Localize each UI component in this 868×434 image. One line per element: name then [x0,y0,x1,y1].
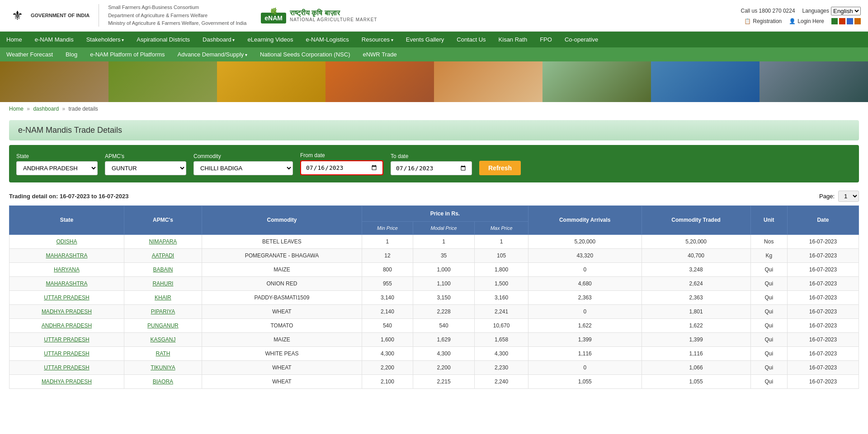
secondary-nav-item: e-NAM Platform of Platforms [84,47,171,61]
primary-nav-link[interactable]: FPO [533,32,558,47]
primary-nav-item: Home [0,32,28,47]
table-cell: 2,363 [528,290,642,304]
table-cell: 1,399 [528,332,642,346]
table-cell[interactable]: HARYANA [9,262,124,276]
secondary-nav-link[interactable]: eNWR Trade [356,47,403,61]
color-squares [831,18,861,24]
registration-button[interactable]: 📋 Registration [744,18,782,24]
state-filter-group: State ANDHRA PRADESHMAHARASHTRAHARYANAUT… [16,153,98,175]
table-cell[interactable]: MADHYA PRADESH [9,374,124,388]
secondary-nav-list: Weather ForecastBloge-NAM Platform of Pl… [0,47,868,61]
login-label: Login Here [797,18,824,24]
primary-nav-link[interactable]: e-NAM-Logistics [299,32,355,47]
table-cell: POMEGRANATE - BHAGAWA [202,248,362,262]
page-title: e-NAM Mandis Trade Details [18,126,850,135]
secondary-nav-link[interactable]: Weather Forecast [0,47,59,61]
login-button[interactable]: 👤 Login Here [789,18,824,24]
header-right: Call us 1800 270 0224 Languages English … [741,7,861,24]
color-sq-orange [854,18,861,24]
secondary-nav: Weather ForecastBloge-NAM Platform of Pl… [0,47,868,61]
table-cell[interactable]: RATH [124,346,202,360]
table-cell[interactable]: UTTAR PRADESH [9,346,124,360]
registration-icon: 📋 [744,18,751,24]
commodity-label: Commodity [193,153,293,159]
secondary-nav-link[interactable]: National Seeds Corporation (NSC) [254,47,356,61]
table-cell: 1,500 [475,276,528,290]
table-cell: 1 [413,234,474,248]
table-cell: 35 [413,248,474,262]
table-cell[interactable]: UTTAR PRADESH [9,332,124,346]
table-cell: 16-07-2023 [787,248,859,262]
primary-nav-link[interactable]: eLearning Videos [241,32,299,47]
table-cell[interactable]: MAHARASHTRA [9,248,124,262]
secondary-nav-link[interactable]: Advance Demand/Supply [171,47,254,61]
from-date-input[interactable] [301,161,382,174]
enam-hindi: राष्ट्रीय कृषि बाज़ार [290,9,377,17]
col-min-price: Min Price [362,221,413,234]
table-cell: 3,140 [362,290,413,304]
table-cell: WHEAT [202,304,362,318]
table-cell[interactable]: RAHURI [124,276,202,290]
primary-nav-link[interactable]: Home [0,32,28,47]
primary-nav-link[interactable]: Kisan Rath [492,32,534,47]
table-cell[interactable]: PUNGANUR [124,318,202,332]
apmc-select[interactable]: GUNTURNIMAPARAAATPADIBABAINRAHURI [105,161,186,175]
primary-nav-link[interactable]: Resources [355,32,400,47]
table-cell[interactable]: KHAIR [124,290,202,304]
table-cell[interactable]: AATPADI [124,248,202,262]
table-row: MADHYA PRADESHPIPARIYAWHEAT2,1402,2282,2… [9,304,859,318]
primary-nav-link[interactable]: Co-operative [558,32,604,47]
table-cell: 1,100 [413,276,474,290]
state-select[interactable]: ANDHRA PRADESHMAHARASHTRAHARYANAUTTAR PR… [16,161,98,175]
breadcrumb-dashboard[interactable]: dashboard [33,106,59,112]
table-cell: Qui [750,346,787,360]
primary-nav-link[interactable]: Stakeholders [80,32,131,47]
secondary-nav-link[interactable]: Blog [59,47,84,61]
table-cell: MAIZE [202,332,362,346]
table-cell[interactable]: NIMAPARA [124,234,202,248]
table-cell[interactable]: BABAIN [124,262,202,276]
primary-nav-item: eLearning Videos [241,32,299,47]
secondary-nav-item: Weather Forecast [0,47,59,61]
table-cell: 16-07-2023 [787,304,859,318]
table-cell[interactable]: ANDHRA PRADESH [9,318,124,332]
banner-img-7 [651,61,760,102]
secondary-nav-item: eNWR Trade [356,47,403,61]
table-cell[interactable]: PIPARIYA [124,304,202,318]
secondary-nav-link[interactable]: e-NAM Platform of Platforms [84,47,171,61]
table-cell: 540 [413,318,474,332]
table-cell[interactable]: MADHYA PRADESH [9,304,124,318]
primary-nav-link[interactable]: e-NAM Mandis [28,32,80,47]
commodity-select[interactable]: CHILLI BADIGABETEL LEAVESPOMEGRANATE - B… [193,161,293,175]
banner-img-8 [760,61,868,102]
table-row: UTTAR PRADESHKHAIRPADDY-BASMATI15093,140… [9,290,859,304]
primary-nav-item: Dashboard [196,32,241,47]
table-row: MAHARASHTRARAHURIONION RED9551,1001,5004… [9,276,859,290]
table-cell[interactable]: UTTAR PRADESH [9,290,124,304]
page-dropdown[interactable]: 123 [838,191,859,202]
primary-nav-link[interactable]: Aspirational Districts [130,32,196,47]
table-cell: WHEAT [202,374,362,388]
language-selector[interactable]: Languages English Hindi [802,7,861,15]
table-cell[interactable]: UTTAR PRADESH [9,360,124,374]
breadcrumb-home[interactable]: Home [9,106,24,112]
primary-nav-link[interactable]: Contact Us [450,32,492,47]
table-cell[interactable]: TIKUNIYA [124,360,202,374]
apmc-filter-group: APMC's GUNTURNIMAPARAAATPADIBABAINRAHURI [105,153,186,175]
table-cell[interactable]: MAHARASHTRA [9,276,124,290]
to-date-input[interactable] [391,161,472,175]
table-cell: TOMATO [202,318,362,332]
header-top-right: Call us 1800 270 0224 Languages English … [741,7,861,15]
breadcrumb-sep2: » [62,106,65,112]
primary-nav-link[interactable]: Events Gallery [400,32,451,47]
enam-logo: 🌿 eNAM राष्ट्रीय कृषि बाज़ार NATIONAL AG… [261,8,377,23]
table-cell[interactable]: BIAORA [124,374,202,388]
table-cell[interactable]: ODISHA [9,234,124,248]
language-dropdown[interactable]: English Hindi [831,7,861,15]
table-cell: 1,055 [528,374,642,388]
refresh-button[interactable]: Refresh [479,161,521,175]
table-cell[interactable]: KASGANJ [124,332,202,346]
primary-nav-link[interactable]: Dashboard [196,32,241,47]
state-label: State [16,153,98,159]
table-cell: 43,320 [528,248,642,262]
